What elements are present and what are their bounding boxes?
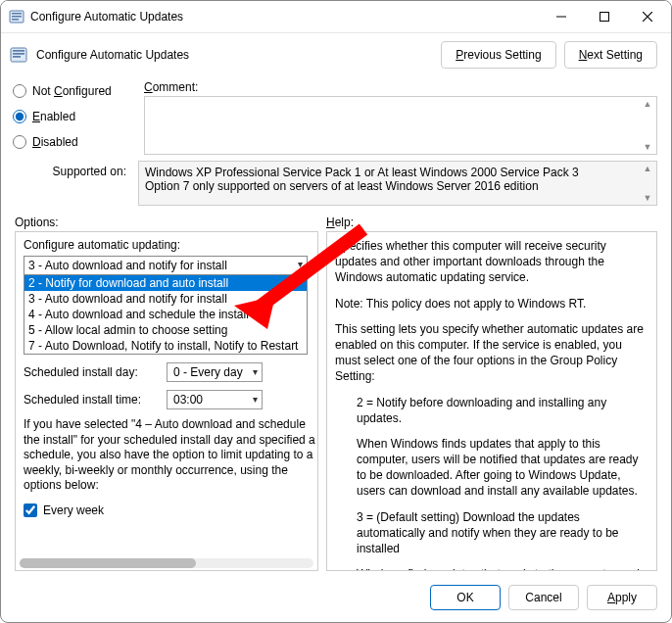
scroll-down-icon: ▼ [644,193,652,203]
maximize-button[interactable] [583,2,626,31]
configure-updating-label: Configure automatic updating: [24,238,318,252]
svg-rect-8 [13,56,21,58]
scheduled-day-label: Scheduled install day: [24,365,161,379]
horizontal-scrollbar[interactable] [20,558,313,568]
combo-selected-value[interactable]: 3 - Auto download and notify for install… [24,257,307,275]
previous-setting-button[interactable]: Previous Setting [441,41,555,69]
chevron-down-icon: ▾ [253,366,258,377]
help-section-label: Help: [326,216,354,229]
radio-disabled[interactable]: Disabled [13,135,130,149]
scheduled-day-select[interactable]: 0 - Every day ▾ [167,362,263,382]
svg-rect-3 [12,19,19,21]
svg-rect-2 [12,16,22,18]
svg-rect-1 [12,13,22,15]
help-text: When Windows finds updates that apply to… [335,436,650,500]
ok-button[interactable]: OK [430,585,501,610]
next-setting-button[interactable]: Next Setting [564,41,657,69]
help-pane: Specifies whether this computer will rec… [326,231,657,571]
svg-rect-7 [13,53,24,55]
titlebar: Configure Automatic Updates [1,1,671,32]
header-row: Configure Automatic Updates Previous Set… [1,33,671,76]
scroll-down-icon: ▼ [644,142,652,152]
apply-button[interactable]: Apply [587,585,657,610]
policy-icon [9,45,28,65]
window-title: Configure Automatic Updates [30,10,540,24]
help-text: 2 = Notify before downloading and instal… [335,395,650,426]
options-pane: Configure automatic updating: 3 - Auto d… [15,231,318,571]
svg-rect-6 [13,50,24,52]
help-text: Note: This policy does not apply to Wind… [335,296,650,312]
combo-item[interactable]: 4 - Auto download and schedule the insta… [24,307,307,322]
radio-disabled-input[interactable] [13,135,26,149]
chevron-down-icon: ▾ [253,394,258,405]
close-icon [643,12,652,22]
combo-item[interactable]: 5 - Allow local admin to choose setting [24,322,307,338]
radio-not-configured[interactable]: Not Configured [13,84,130,98]
cancel-button[interactable]: Cancel [508,585,579,610]
options-section-label: Options: [15,216,318,229]
help-text: This setting lets you specify whether au… [335,321,650,385]
bottom-button-bar: OK Cancel Apply [1,577,671,622]
combo-item[interactable]: 3 - Auto download and notify for install [24,291,307,307]
options-paragraph: If you have selected "4 – Auto download … [24,417,318,494]
policy-title: Configure Automatic Updates [36,48,433,62]
scroll-up-icon: ▲ [644,99,652,109]
svg-rect-4 [600,13,609,22]
combo-item[interactable]: 7 - Auto Download, Notify to install, No… [24,338,307,354]
minimize-icon [556,12,566,22]
maximize-icon [600,12,609,22]
combo-item[interactable]: 2 - Notify for download and auto install [24,275,307,291]
state-radio-group: Not Configured Enabled Disabled [13,80,130,155]
combo-dropdown-list: 2 - Notify for download and auto install… [24,275,307,354]
comment-label: Comment: [144,80,657,94]
scheduled-time-select[interactable]: 03:00 ▾ [167,390,263,409]
supported-on-label: Supported on: [13,161,132,178]
dialog-window: Configure Automatic Updates Configure Au… [0,0,672,623]
close-button[interactable] [626,2,669,31]
every-week-checkbox-row[interactable]: Every week [24,503,318,517]
help-text: Windows finds updates that apply to the … [335,566,650,570]
radio-enabled[interactable]: Enabled [13,110,130,123]
minimize-button[interactable] [540,2,583,31]
policy-icon-small [9,9,24,24]
radio-not-configured-input[interactable] [13,84,26,98]
help-text: Specifies whether this computer will rec… [335,238,650,286]
scheduled-time-label: Scheduled install time: [24,393,161,407]
configure-updating-combo[interactable]: 3 - Auto download and notify for install… [24,256,308,355]
chevron-down-icon: ▾ [298,259,303,269]
every-week-checkbox[interactable] [24,503,37,517]
comment-textarea[interactable]: ▲▼ [144,96,657,155]
radio-enabled-input[interactable] [13,110,26,123]
supported-on-text: Windows XP Professional Service Pack 1 o… [138,161,657,206]
help-text: 3 = (Default setting) Download the updat… [335,509,650,557]
scroll-up-icon: ▲ [644,164,652,173]
